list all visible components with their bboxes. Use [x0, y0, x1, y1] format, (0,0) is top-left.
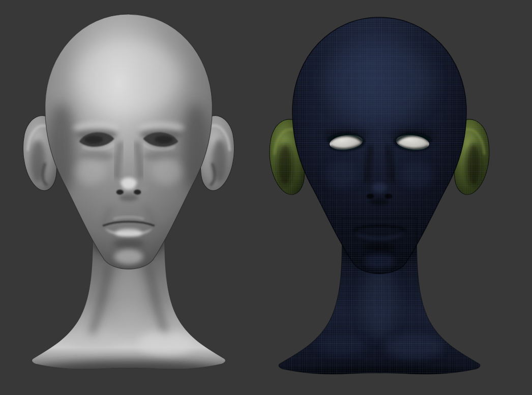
model-head-polyframe[interactable] — [261, 13, 497, 382]
model-head-shaded[interactable] — [15, 10, 242, 377]
left-head-face[interactable] — [45, 14, 213, 269]
polyframe-wire-overlay — [261, 13, 497, 382]
sculpt-viewport-canvas[interactable] — [0, 0, 532, 395]
